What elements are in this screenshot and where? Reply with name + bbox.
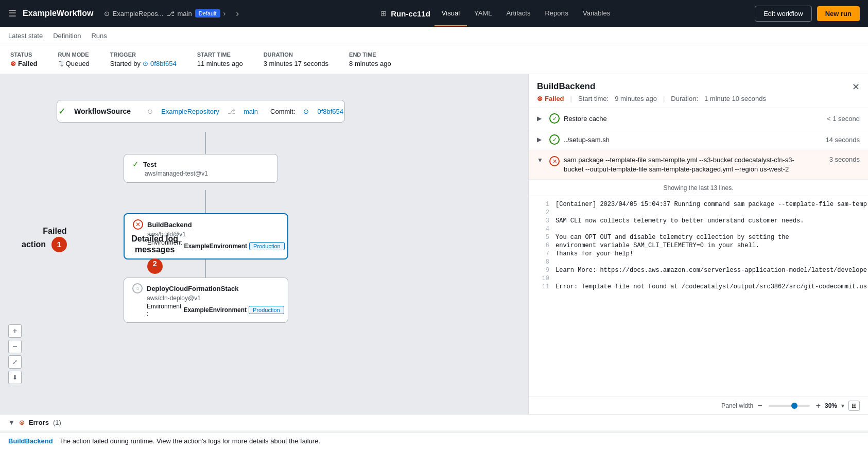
detailed-log-text: Detailed logmessages	[131, 234, 178, 254]
queued-icon: ⇅	[58, 60, 64, 67]
panel-failed-badge: ⊗ Failed	[537, 95, 564, 102]
meta-starttime: Start time 11 minutes ago	[197, 51, 243, 67]
test-title: Test	[143, 161, 157, 168]
test-node[interactable]: ✓ Test aws/managed-test@v1	[124, 154, 278, 183]
panel-title: BuildBackend	[537, 81, 852, 92]
step-3-time: 3 seconds	[813, 156, 860, 163]
subnav-definition[interactable]: Definition	[53, 28, 81, 44]
panel-fail-icon: ⊗	[537, 95, 543, 102]
edit-workflow-button[interactable]: Edit workflow	[755, 6, 812, 22]
log-line-3: 3 SAM CLI now collects telemetry to bett…	[529, 217, 868, 225]
status-value: Failed	[18, 60, 38, 67]
log-body[interactable]: 1 [Container] 2023/04/05 15:04:37 Runnin…	[529, 196, 868, 396]
panel-width-slider[interactable]	[769, 405, 810, 407]
tab-visual[interactable]: Visual	[435, 1, 467, 26]
source-commit-link[interactable]: 0f8bf654	[317, 108, 343, 115]
branch-badge: Default	[195, 9, 220, 18]
badge-2: 2	[147, 258, 163, 274]
panel-plus-btn[interactable]: +	[816, 401, 821, 410]
panel-header: BuildBackend ⊗ Failed | Start time: 9 mi…	[529, 74, 868, 108]
deploy-title: DeployCloudFormationStack	[147, 285, 238, 292]
meta-endtime: End time 8 minutes ago	[349, 51, 391, 67]
step-row-3[interactable]: ▼ ✕ sam package --template-file sam-temp…	[529, 150, 868, 180]
right-panel-scroll-area: ▶ ✓ Restore cache < 1 second ▶ ✓ ../setu…	[529, 108, 868, 415]
branch-label: main	[178, 10, 192, 18]
panel-percent: 30%	[825, 402, 837, 409]
step-1-expand: ▶	[537, 115, 545, 122]
meta-duration-label: Duration	[264, 51, 328, 58]
log-line-5: 5 You can OPT OUT and disable telemetry …	[529, 233, 868, 241]
log-line-9: 9 Learn More: https://docs.aws.amazon.co…	[529, 266, 868, 274]
sub-nav: Latest state Definition Runs	[0, 27, 868, 45]
source-repo-link[interactable]: ExampleRepository	[161, 108, 219, 115]
failed-action-callout: Failedaction 1	[22, 226, 67, 252]
step-row-2[interactable]: ▶ ✓ ../setup-sam.sh 14 seconds	[529, 129, 868, 150]
top-nav: ☰ ExampleWorkflow ⊙ ExampleRepos... ⎇ ma…	[0, 0, 868, 27]
log-line-8: 8	[529, 258, 868, 266]
deploy-env-badge: Production	[249, 306, 284, 314]
starttime-value: 11 minutes ago	[197, 60, 243, 67]
subnav-runs[interactable]: Runs	[91, 28, 107, 44]
step-3-name: sam package --template-file sam-templte.…	[564, 156, 809, 174]
steps-list: ▶ ✓ Restore cache < 1 second ▶ ✓ ../setu…	[529, 108, 868, 180]
tab-variables[interactable]: Variables	[576, 1, 617, 26]
step-2-time: 14 seconds	[813, 136, 860, 144]
endtime-value: 8 minutes ago	[349, 60, 391, 67]
workflow-source-node[interactable]: ✓ WorkflowSource ⊙ ExampleRepository ⎇ m…	[57, 100, 345, 123]
panel-meta-sep1: |	[570, 95, 572, 102]
top-nav-actions: Edit workflow New run	[755, 6, 860, 22]
panel-start-label: Start time:	[578, 95, 609, 102]
repo-info: ⊙ ExampleRepos... ⎇ main Default ›	[104, 9, 226, 18]
subnav-latest-state[interactable]: Latest state	[8, 28, 43, 44]
meta-status: Status ⊗ Failed	[10, 51, 38, 67]
repo-icon: ⊙	[104, 10, 110, 18]
zoom-out-button[interactable]: −	[8, 340, 22, 353]
log-line-7: 7 Thanks for your help!	[529, 250, 868, 258]
build-title: BuildBackend	[147, 221, 192, 229]
canvas-area: ✓ WorkflowSource ⊙ ExampleRepository ⎇ m…	[0, 74, 528, 415]
deploy-pending-icon: ○	[132, 283, 143, 293]
badge-1: 1	[51, 237, 67, 252]
panel-close-button[interactable]: ✕	[852, 81, 860, 93]
log-line-4: 4	[529, 225, 868, 233]
repo-label: ExampleRepos...	[113, 10, 164, 18]
build-env-name: ExampleEnvironment	[184, 243, 247, 250]
tab-artifacts[interactable]: Artifacts	[499, 1, 537, 26]
panel-width-label: Panel width	[721, 402, 753, 409]
panel-duration-label: Duration:	[671, 95, 698, 102]
tab-reports[interactable]: Reports	[537, 1, 576, 26]
meta-trigger: Trigger Started by ⊙ 0f8bf654	[110, 51, 177, 67]
source-success-icon: ✓	[58, 106, 66, 117]
source-branch-link[interactable]: main	[244, 108, 258, 115]
panel-dropdown-arrow[interactable]: ▾	[841, 402, 844, 409]
panel-failed-label: Failed	[545, 95, 564, 102]
source-repo-icon: ⊙	[147, 108, 153, 115]
step-2-name: ../setup-sam.sh	[564, 136, 809, 144]
deploy-node[interactable]: ○ DeployCloudFormationStack aws/cfn-depl…	[124, 278, 288, 323]
zoom-controls: + − ⤢ ⬇	[8, 324, 22, 384]
tab-yaml[interactable]: YAML	[467, 1, 499, 26]
meta-bar: Status ⊗ Failed Run mode ⇅ Queued Trigge…	[0, 45, 868, 74]
panel-icon-button[interactable]: ⊞	[848, 401, 860, 411]
step-row-1[interactable]: ▶ ✓ Restore cache < 1 second	[529, 108, 868, 129]
step-1-name: Restore cache	[564, 115, 809, 123]
status-fail-icon: ⊗	[10, 60, 16, 67]
trigger-commit-icon: ⊙	[143, 60, 148, 67]
meta-status-label: Status	[10, 51, 38, 58]
meta-runmode-label: Run mode	[58, 51, 90, 58]
trigger-commit-link[interactable]: 0f8bf654	[150, 60, 177, 67]
zoom-in-button[interactable]: +	[8, 324, 22, 338]
fit-view-button[interactable]: ⤢	[8, 355, 22, 369]
meta-duration: Duration 3 minutes 17 seconds	[264, 51, 328, 67]
source-title: WorkflowSource	[74, 107, 131, 115]
dropdown-arrow[interactable]: ›	[223, 9, 226, 18]
download-button[interactable]: ⬇	[8, 371, 22, 384]
test-success-icon: ✓	[132, 160, 139, 169]
run-section: ⊞ Run-cc11d Visual YAML Artifacts Report…	[249, 1, 749, 26]
panel-minus-btn[interactable]: −	[757, 401, 762, 410]
deploy-env-label: Environment :	[147, 303, 181, 317]
duration-value: 3 minutes 17 seconds	[264, 60, 328, 67]
log-header: Showing the last 13 lines.	[529, 180, 868, 196]
trigger-started-by: Started by	[110, 60, 141, 67]
new-run-button[interactable]: New run	[817, 6, 860, 21]
